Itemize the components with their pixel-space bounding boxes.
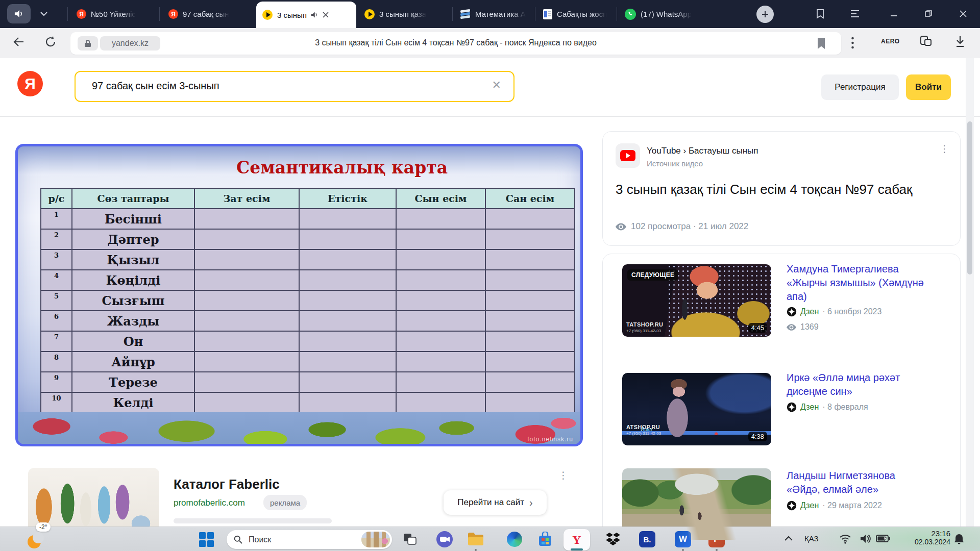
window-restore-button[interactable] bbox=[921, 6, 936, 21]
slide-flowers-image bbox=[18, 412, 580, 444]
bookmark-icon[interactable] bbox=[817, 37, 826, 49]
tab-3-synyp-kaza[interactable]: 3 сынып қаза bbox=[359, 0, 450, 28]
battery-indicator[interactable] bbox=[876, 534, 890, 543]
teams-chat-button[interactable] bbox=[436, 531, 453, 548]
tab-sabakty-zhospar[interactable]: Сабақты жосп bbox=[538, 0, 616, 28]
source-name[interactable]: Дзен bbox=[800, 307, 819, 316]
task-view-button[interactable] bbox=[402, 532, 418, 546]
source-name[interactable]: Дзен bbox=[800, 501, 819, 510]
ad-badge: реклама bbox=[263, 495, 307, 510]
card-menu-button[interactable]: ⋮ bbox=[940, 147, 949, 151]
toolbar-menu-button[interactable] bbox=[851, 37, 854, 49]
source-label: Источник видео bbox=[647, 159, 703, 168]
site-security-chip[interactable] bbox=[78, 36, 98, 51]
aero-extension-button[interactable]: AERO bbox=[881, 38, 900, 45]
extension-badge-label: AERO bbox=[881, 38, 900, 45]
row-word: Қызыл bbox=[72, 250, 195, 270]
register-button[interactable]: Регистрация bbox=[821, 74, 899, 100]
login-button[interactable]: Войти bbox=[906, 74, 951, 100]
search-highlight-image[interactable] bbox=[361, 532, 390, 547]
source-breadcrumb[interactable]: YouTube › Бастауыш сынып bbox=[647, 146, 758, 156]
video-play-favicon bbox=[262, 10, 273, 20]
tray-expand-button[interactable] bbox=[784, 535, 793, 541]
related-video-title[interactable]: Хамдуна Тимергалиева «Жырчы язмышы» (Хәм… bbox=[787, 262, 950, 304]
ad-button-label: Перейти на сайт bbox=[457, 497, 524, 508]
row-number: 2 bbox=[41, 230, 72, 250]
running-indicator bbox=[475, 549, 477, 551]
related-video-views: 1369 bbox=[787, 322, 819, 332]
tab-label: 3 сынып bbox=[277, 11, 307, 19]
window-minimize-button[interactable] bbox=[886, 6, 901, 21]
file-explorer-button[interactable] bbox=[467, 531, 485, 547]
dzen-icon bbox=[787, 500, 797, 511]
tab-97-sabak[interactable]: Я 97 сабақ сын bbox=[162, 0, 254, 28]
weather-widget[interactable]: -2° bbox=[12, 527, 48, 551]
tab-active-video[interactable]: 3 сынып bbox=[256, 2, 356, 28]
chevron-down-icon[interactable] bbox=[40, 11, 48, 16]
ad-visit-site-button[interactable]: Перейти на сайт › bbox=[444, 490, 547, 515]
start-button[interactable] bbox=[198, 531, 214, 547]
ad-menu-button[interactable]: ⋮ bbox=[558, 473, 568, 477]
title-line: Ландыш Нигметзянова bbox=[787, 469, 950, 483]
address-bar[interactable]: yandex.kz 3 сынып қазақ тілі Сын есім 4 … bbox=[70, 32, 841, 55]
search-input[interactable]: 97 сабақ сын есім 3-сынып ✕ bbox=[75, 71, 514, 102]
row-word: Көңілді bbox=[72, 270, 195, 291]
edge-icon bbox=[507, 532, 522, 547]
clear-search-icon[interactable]: ✕ bbox=[492, 79, 501, 92]
ad-domain-link[interactable]: promofaberlic.com bbox=[174, 498, 245, 508]
back-button[interactable] bbox=[12, 35, 26, 48]
edge-browser-button[interactable] bbox=[506, 531, 523, 547]
publish-date: · 29 марта 2022 bbox=[822, 501, 882, 510]
window-close-button[interactable] bbox=[955, 6, 971, 21]
related-video-source: Дзен · 8 февраля bbox=[787, 402, 868, 412]
tab-divider bbox=[159, 7, 160, 21]
tab-uikelis[interactable]: Я №50 Үйкеліс bbox=[70, 0, 158, 28]
next-badge: СЛЕДУЮЩЕЕ bbox=[627, 269, 678, 281]
language-indicator[interactable]: ҚАЗ bbox=[804, 534, 819, 543]
related-video-thumbnail[interactable]: СЛЕДУЮЩЕЕ TATSHOP.RU +7 (950) 311-42-03 … bbox=[622, 264, 771, 337]
speaker-icon bbox=[860, 534, 872, 544]
ms-store-button[interactable] bbox=[537, 531, 553, 547]
yandex-browser-button[interactable]: Y bbox=[564, 529, 590, 550]
new-tab-button[interactable] bbox=[756, 6, 774, 23]
shared-tabs-button[interactable] bbox=[919, 34, 933, 48]
source-name[interactable]: Дзен bbox=[800, 403, 819, 412]
sidebar-panel-button[interactable] bbox=[813, 6, 828, 21]
related-video-title[interactable]: Ландыш Нигметзянова «Әйдә, елмай әле» bbox=[787, 469, 950, 496]
close-icon bbox=[960, 10, 967, 17]
yandex-logo-letter: Я bbox=[24, 75, 36, 92]
taskbar-search[interactable]: Поиск bbox=[227, 530, 392, 549]
row-word: Дәптер bbox=[72, 230, 195, 250]
browser-menu-button[interactable] bbox=[847, 6, 863, 21]
dropbox-button[interactable] bbox=[604, 532, 622, 547]
tab-whatsapp[interactable]: (17) WhatsApp bbox=[620, 0, 747, 28]
notifications-button[interactable] bbox=[953, 533, 965, 545]
hamburger-menu-icon bbox=[850, 10, 860, 18]
page-title: 3 сынып қазақ тілі Сын есім 4 тоқсан №97… bbox=[201, 38, 711, 47]
related-video-thumbnail[interactable] bbox=[622, 468, 771, 540]
clock[interactable]: 23:16 02.03.2024 bbox=[904, 529, 950, 546]
yandex-logo[interactable]: Я bbox=[17, 71, 43, 96]
downloads-button[interactable] bbox=[953, 35, 967, 48]
volume-indicator[interactable] bbox=[860, 534, 872, 544]
row-word: Бесінші bbox=[72, 209, 195, 230]
tab-audio-icon[interactable] bbox=[310, 11, 318, 18]
tab-audio-button[interactable] bbox=[7, 4, 31, 23]
ad-title[interactable]: Каталог Faberlic bbox=[174, 477, 280, 492]
minimize-icon bbox=[890, 10, 897, 17]
title-line: Хамдуна Тимергалиева bbox=[787, 262, 950, 276]
windows-logo-icon bbox=[199, 532, 214, 547]
youtube-avatar[interactable] bbox=[616, 143, 640, 168]
url-domain-chip[interactable]: yandex.kz bbox=[100, 36, 160, 51]
lock-icon bbox=[84, 39, 91, 47]
related-video-title[interactable]: Иркә «Әллә миңа рәхәт дисеңме син» bbox=[787, 371, 950, 398]
refresh-button[interactable] bbox=[44, 35, 57, 48]
video-player[interactable]: Семантикалық карта р/с Сөз таптары Зат е… bbox=[15, 144, 583, 446]
search-query-text: 97 сабақ сын есім 3-сынып bbox=[92, 80, 219, 92]
tab-close-icon[interactable] bbox=[323, 12, 329, 18]
page-scrollbar-thumb[interactable] bbox=[967, 121, 972, 274]
wifi-indicator[interactable] bbox=[839, 534, 851, 544]
tab-matematika[interactable]: Математика А bbox=[455, 0, 534, 28]
title-line: апа) bbox=[787, 290, 950, 304]
related-video-thumbnail[interactable]: Иркә ATSHOP.RU +7 (950) 311-42-03 4:38 bbox=[622, 373, 771, 445]
